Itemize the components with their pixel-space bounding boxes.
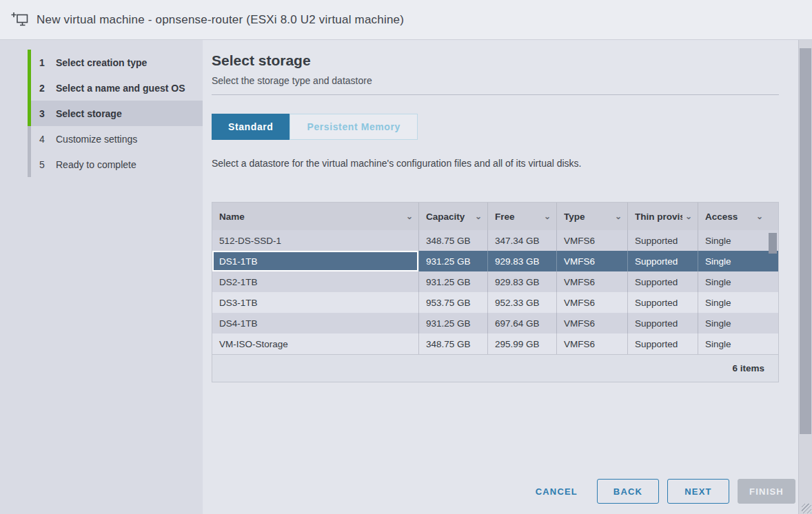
column-header-type[interactable]: Type — [557, 203, 628, 230]
window-resize-grip[interactable] — [802, 504, 811, 513]
tab-persistent-memory[interactable]: Persistent Memory — [290, 114, 417, 140]
datastore-table-footer: 6 items — [212, 354, 778, 382]
wizard-titlebar: New virtual machine - opnsense-router (E… — [0, 0, 812, 40]
table-cell: 953.75 GB — [419, 292, 488, 313]
sort-chevron-icon[interactable] — [406, 212, 413, 220]
step-progress-bar — [28, 152, 31, 177]
table-cell: 931.25 GB — [419, 313, 488, 333]
table-cell: VMFS6 — [557, 230, 628, 251]
new-vm-icon — [11, 12, 28, 28]
table-cell: 512-DS-SSD-1 — [212, 230, 419, 251]
table-cell: DS2-1TB — [212, 271, 419, 292]
datastore-instruction: Select a datastore for the virtual machi… — [212, 158, 779, 169]
table-cell: Single — [698, 230, 778, 251]
column-label: Capacity — [426, 212, 472, 222]
table-cell: 347.34 GB — [488, 230, 557, 251]
table-cell: 931.25 GB — [419, 251, 488, 271]
wizard-step-select-a-name-and-guest-os[interactable]: 2Select a name and guest OS — [28, 75, 203, 101]
table-cell: Supported — [628, 251, 698, 271]
table-cell: VMFS6 — [557, 292, 628, 313]
datastore-row-vm-iso-storage[interactable]: VM-ISO-Storage348.75 GB295.99 GBVMFS6Sup… — [212, 333, 778, 354]
cancel-button[interactable]: CANCEL — [536, 486, 578, 497]
page-scrollbar-thumb[interactable] — [800, 48, 811, 434]
storage-type-tabs: StandardPersistent Memory — [212, 114, 779, 140]
sort-chevron-icon[interactable] — [475, 212, 482, 220]
page-title: Select storage — [212, 52, 779, 69]
column-header-access[interactable]: Access — [698, 203, 778, 230]
step-progress-bar — [28, 126, 31, 152]
step-number: 1 — [39, 57, 56, 68]
table-cell: Single — [698, 271, 778, 292]
table-cell: 929.83 GB — [488, 251, 557, 271]
datastore-table: NameCapacityFreeTypeThin provisioningAcc… — [212, 202, 779, 382]
esxi-new-vm-wizard: New virtual machine - opnsense-router (E… — [0, 0, 812, 514]
table-cell: VMFS6 — [557, 271, 628, 292]
datastore-row-ds1-1tb[interactable]: DS1-1TB931.25 GB929.83 GBVMFS6SupportedS… — [212, 251, 778, 271]
wizard-sidebar: 1Select creation type2Select a name and … — [0, 40, 203, 514]
datastore-row-512-ds-ssd-1[interactable]: 512-DS-SSD-1348.75 GB347.34 GBVMFS6Suppo… — [212, 230, 778, 251]
table-cell: 929.83 GB — [488, 271, 557, 292]
wizard-step-select-creation-type[interactable]: 1Select creation type — [28, 50, 203, 75]
table-cell: DS4-1TB — [212, 313, 419, 333]
sort-chevron-icon[interactable] — [544, 212, 551, 220]
items-count: 6 items — [732, 363, 764, 373]
sort-chevron-icon[interactable] — [615, 212, 622, 220]
wizard-steps: 1Select creation type2Select a name and … — [28, 50, 203, 177]
table-cell: 952.33 GB — [488, 292, 557, 313]
sort-chevron-icon[interactable] — [756, 212, 763, 220]
datastore-table-header: NameCapacityFreeTypeThin provisioningAcc… — [212, 203, 778, 230]
step-progress-bar — [28, 101, 31, 126]
step-label: Select a name and guest OS — [56, 83, 185, 94]
step-label: Customize settings — [56, 134, 137, 145]
column-label: Name — [219, 212, 403, 222]
step-progress-bar — [28, 50, 31, 75]
finish-button: FINISH — [738, 479, 795, 504]
table-cell: DS1-1TB — [212, 251, 419, 271]
next-button[interactable]: NEXT — [667, 479, 729, 504]
table-cell: Supported — [628, 313, 698, 333]
wizard-step-customize-settings[interactable]: 4Customize settings — [28, 126, 203, 152]
step-progress-bar — [28, 75, 31, 101]
step-label: Select storage — [56, 108, 122, 119]
table-cell: VMFS6 — [557, 313, 628, 333]
step-number: 4 — [39, 134, 56, 145]
table-cell: Supported — [628, 333, 698, 354]
table-scrollbar-thumb[interactable] — [769, 233, 777, 254]
table-cell: 697.64 GB — [488, 313, 557, 333]
wizard-step-select-storage[interactable]: 3Select storage — [28, 101, 203, 126]
tab-standard[interactable]: Standard — [212, 114, 290, 140]
datastore-row-ds2-1tb[interactable]: DS2-1TB931.25 GB929.83 GBVMFS6SupportedS… — [212, 271, 778, 292]
table-cell: Single — [698, 313, 778, 333]
column-label: Free — [495, 212, 541, 222]
table-cell: VM-ISO-Storage — [212, 333, 419, 354]
table-cell: Single — [698, 292, 778, 313]
column-label: Thin provisioning — [635, 212, 682, 222]
datastore-row-ds3-1tb[interactable]: DS3-1TB953.75 GB952.33 GBVMFS6SupportedS… — [212, 292, 778, 313]
header-divider — [212, 94, 779, 95]
wizard-step-ready-to-complete[interactable]: 5Ready to complete — [28, 152, 203, 177]
table-cell: VMFS6 — [557, 251, 628, 271]
column-header-thin-provisioning[interactable]: Thin provisioning — [628, 203, 698, 230]
column-header-name[interactable]: Name — [212, 203, 419, 230]
wizard-title: New virtual machine - opnsense-router (E… — [37, 13, 404, 27]
step-number: 3 — [39, 108, 56, 119]
table-cell: Single — [698, 333, 778, 354]
page-scrollbar-track[interactable] — [798, 40, 812, 514]
wizard-content: Select storage Select the storage type a… — [203, 40, 798, 514]
table-cell: 931.25 GB — [419, 271, 488, 292]
column-header-capacity[interactable]: Capacity — [419, 203, 488, 230]
table-cell: VMFS6 — [557, 333, 628, 354]
table-cell: DS3-1TB — [212, 292, 419, 313]
table-cell: Supported — [628, 230, 698, 251]
step-number: 5 — [39, 159, 56, 170]
column-label: Type — [564, 212, 612, 222]
datastore-table-body: 512-DS-SSD-1348.75 GB347.34 GBVMFS6Suppo… — [212, 230, 778, 354]
sort-chevron-icon[interactable] — [685, 212, 692, 220]
back-button[interactable]: BACK — [597, 479, 659, 504]
step-label: Select creation type — [56, 57, 147, 68]
table-cell: 348.75 GB — [419, 230, 488, 251]
datastore-row-ds4-1tb[interactable]: DS4-1TB931.25 GB697.64 GBVMFS6SupportedS… — [212, 313, 778, 333]
column-label: Access — [705, 212, 753, 222]
column-header-free[interactable]: Free — [488, 203, 557, 230]
table-cell: Single — [698, 251, 778, 271]
